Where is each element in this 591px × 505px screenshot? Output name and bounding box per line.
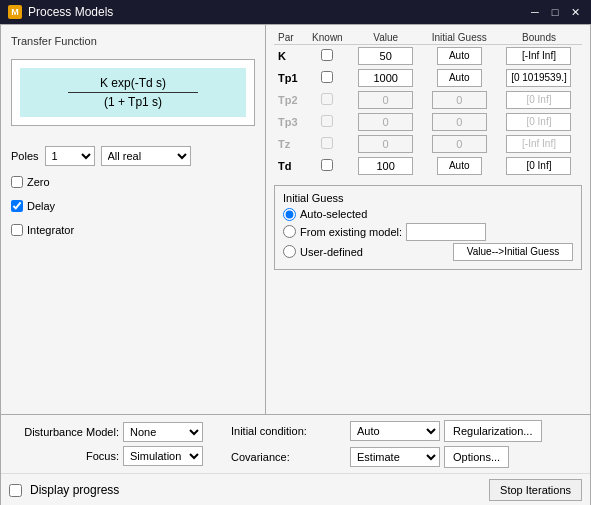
table-row: Tp3 [0 Inf]: [274, 111, 582, 133]
col-known: Known: [306, 31, 349, 45]
options-button[interactable]: Options...: [444, 446, 509, 468]
col-bounds: Bounds: [496, 31, 582, 45]
poles-row: Poles 1 2 3 All real Under-damped: [11, 146, 255, 166]
param-Td: Td: [274, 155, 306, 177]
stop-iterations-button[interactable]: Stop Iterations: [489, 479, 582, 501]
transfer-function-box: K exp(-Td s) (1 + Tp1 s): [11, 59, 255, 126]
disturbance-model-label: Disturbance Model:: [9, 426, 119, 438]
disturbance-row: Disturbance Model: None Focus: Simulatio…: [1, 415, 590, 474]
poles-type-select[interactable]: All real Under-damped: [101, 146, 191, 166]
known-Td[interactable]: [321, 159, 333, 171]
zero-checkbox-row: Zero: [11, 176, 255, 188]
known-Tp1[interactable]: [321, 71, 333, 83]
value-Tp1[interactable]: [358, 69, 413, 87]
covariance-select[interactable]: Estimate None: [350, 447, 440, 467]
col-par: Par: [274, 31, 306, 45]
display-progress-label: Display progress: [30, 483, 119, 497]
integrator-checkbox-row: Integrator: [11, 224, 255, 236]
col-guess: Initial Guess: [422, 31, 496, 45]
tf-denominator: (1 + Tp1 s): [24, 95, 242, 109]
parameter-table: Par Known Value Initial Guess Bounds K A…: [274, 31, 582, 177]
dist-left: Disturbance Model: None Focus: Simulatio…: [9, 422, 203, 466]
bounds-Tz: [-Inf Inf]: [506, 135, 571, 153]
value-Tz: [358, 135, 413, 153]
guess-Tp2: [432, 91, 487, 109]
table-row: Tp1 Auto [0 1019539.]: [274, 67, 582, 89]
tf-divider: [68, 92, 198, 93]
delay-checkbox[interactable]: [11, 200, 23, 212]
main-content: Transfer Function K exp(-Td s) (1 + Tp1 …: [0, 24, 591, 415]
guess-Tp1[interactable]: Auto: [437, 69, 482, 87]
initial-condition-label: Initial condition:: [231, 425, 346, 437]
table-row: K Auto [-Inf Inf]: [274, 45, 582, 67]
known-Tz: [321, 137, 333, 149]
right-panel: Par Known Value Initial Guess Bounds K A…: [266, 25, 590, 414]
ig-existing-radio[interactable]: [283, 225, 296, 238]
zero-checkbox[interactable]: [11, 176, 23, 188]
integrator-label: Integrator: [27, 224, 74, 236]
ig-user-radio[interactable]: [283, 245, 296, 258]
app-icon: M: [8, 5, 22, 19]
disturbance-model-select[interactable]: None: [123, 422, 203, 442]
ig-auto-radio[interactable]: [283, 208, 296, 221]
display-progress-checkbox[interactable]: [9, 484, 22, 497]
ig-existing-label: From existing model:: [300, 226, 402, 238]
bounds-Tp2: [0 Inf]: [506, 91, 571, 109]
value-Tp2: [358, 91, 413, 109]
col-value: Value: [349, 31, 423, 45]
bounds-Tp1[interactable]: [0 1019539.]: [506, 69, 571, 87]
param-Tp3: Tp3: [274, 111, 306, 133]
focus-row: Focus: Simulation Prediction: [9, 446, 203, 466]
value-Tp3: [358, 113, 413, 131]
focus-select[interactable]: Simulation Prediction: [123, 446, 203, 466]
known-Tp3: [321, 115, 333, 127]
ig-user-row: User-defined Value-->Initial Guess: [283, 243, 573, 261]
param-Tp2: Tp2: [274, 89, 306, 111]
regularization-button[interactable]: Regularization...: [444, 420, 542, 442]
ig-user-label: User-defined: [300, 246, 363, 258]
ig-existing-input[interactable]: [406, 223, 486, 241]
window-title: Process Models: [28, 5, 521, 19]
left-panel: Transfer Function K exp(-Td s) (1 + Tp1 …: [1, 25, 266, 414]
known-K[interactable]: [321, 49, 333, 61]
window-controls: ─ □ ✕: [527, 4, 583, 20]
table-row: Td Auto [0 Inf]: [274, 155, 582, 177]
table-row: Tz [-Inf Inf]: [274, 133, 582, 155]
title-bar: M Process Models ─ □ ✕: [0, 0, 591, 24]
value-K[interactable]: [358, 47, 413, 65]
known-Tp2: [321, 93, 333, 105]
bounds-Td[interactable]: [0 Inf]: [506, 157, 571, 175]
guess-Tp3: [432, 113, 487, 131]
disturbance-model-row: Disturbance Model: None: [9, 422, 203, 442]
bounds-Tp3: [0 Inf]: [506, 113, 571, 131]
initial-guess-section: Initial Guess Auto-selected From existin…: [274, 185, 582, 270]
tf-formula: K exp(-Td s) (1 + Tp1 s): [20, 68, 246, 117]
param-Tp1: Tp1: [274, 67, 306, 89]
ig-auto-label: Auto-selected: [300, 208, 367, 220]
bottom-controls: Disturbance Model: None Focus: Simulatio…: [0, 415, 591, 505]
param-K: K: [274, 45, 306, 67]
zero-label: Zero: [27, 176, 50, 188]
ig-existing-row: From existing model:: [283, 223, 573, 241]
value-Td[interactable]: [358, 157, 413, 175]
initial-condition-select[interactable]: Auto Zero Estimate Backcast: [350, 421, 440, 441]
tf-numerator: K exp(-Td s): [24, 76, 242, 90]
covariance-label: Covariance:: [231, 451, 346, 463]
minimize-button[interactable]: ─: [527, 4, 543, 20]
guess-Td[interactable]: Auto: [437, 157, 482, 175]
table-row: Tp2 [0 Inf]: [274, 89, 582, 111]
value-to-ig-button[interactable]: Value-->Initial Guess: [453, 243, 573, 261]
poles-label: Poles: [11, 150, 39, 162]
bounds-K[interactable]: [-Inf Inf]: [506, 47, 571, 65]
focus-label: Focus:: [9, 450, 119, 462]
integrator-checkbox[interactable]: [11, 224, 23, 236]
transfer-function-label: Transfer Function: [11, 35, 255, 47]
display-progress-row: Display progress Stop Iterations: [1, 474, 590, 505]
param-Tz: Tz: [274, 133, 306, 155]
close-button[interactable]: ✕: [567, 4, 583, 20]
poles-count-select[interactable]: 1 2 3: [45, 146, 95, 166]
delay-label: Delay: [27, 200, 55, 212]
guess-K[interactable]: Auto: [437, 47, 482, 65]
maximize-button[interactable]: □: [547, 4, 563, 20]
ig-title: Initial Guess: [283, 192, 573, 204]
